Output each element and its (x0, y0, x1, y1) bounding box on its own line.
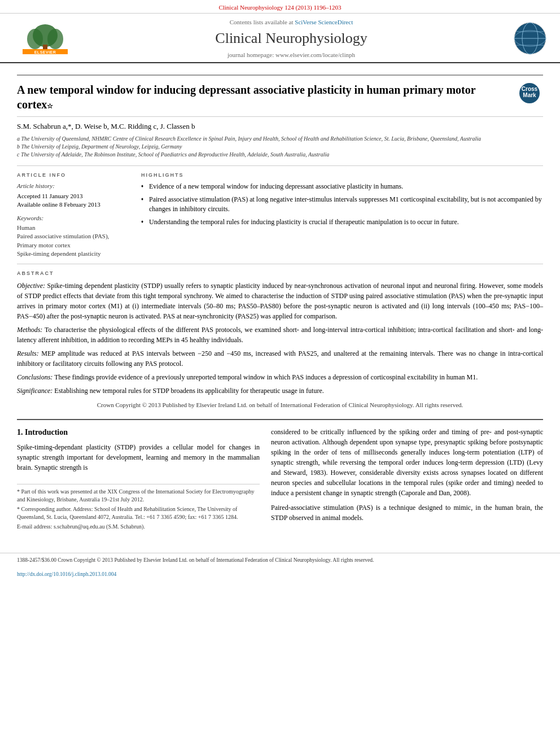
history-label: Article history: (17, 182, 130, 190)
objective-label: Objective: (17, 282, 45, 290)
crossmark-svg: Cross Mark (516, 82, 543, 104)
keywords-label: Keywords: (17, 215, 43, 221)
abstract-label: ABSTRACT (17, 270, 543, 277)
intro-heading: 1. Introduction (17, 427, 260, 438)
svg-text:Mark: Mark (523, 92, 536, 98)
significance-text: Establishing new temporal rules for STDP… (54, 387, 323, 395)
footnote-star: * Part of this work was presented at the… (17, 488, 260, 504)
keywords-section: Keywords: Human Paired associative stimu… (17, 214, 130, 259)
available-date: Available online 8 February 2013 (17, 201, 100, 208)
svg-text:ELSEVIER: ELSEVIER (34, 50, 56, 54)
elsevier-logo-area: ELSEVIER (11, 23, 79, 54)
footer-issn-text: 1388-2457/$36.00 Crown Copyright © 2013 … (17, 557, 374, 564)
methods-text: To characterise the physiological effect… (17, 326, 543, 344)
results-text: MEP amplitude was reduced at PAS interva… (17, 350, 543, 368)
affiliation-c: c The University of Adelaide, The Robins… (17, 151, 543, 159)
article-title-section: A new temporal window for inducing depre… (17, 75, 543, 117)
page-footer: 1388-2457/$36.00 Crown Copyright © 2013 … (0, 553, 560, 567)
significance-label: Significance: (17, 387, 53, 395)
keyword-2: Paired associative stimulation (PAS), (17, 232, 130, 241)
highlight-1: Evidence of a new temporal window for in… (141, 182, 543, 191)
journal-citation-text: Clinical Neurophysiology 124 (2013) 1196… (218, 4, 341, 11)
article-title: A new temporal window for inducing depre… (17, 82, 516, 112)
abstract-results: Results: MEP amplitude was reduced at PA… (17, 348, 543, 369)
body-left-column: 1. Introduction Spike-timing-dependant p… (17, 427, 260, 533)
highlights-column: HIGHLIGHTS Evidence of a new temporal wi… (141, 172, 543, 259)
article-info-column: ARTICLE INFO Article history: Accepted 1… (17, 172, 130, 259)
highlight-2: Paired associative stimulation (PAS) at … (141, 195, 543, 214)
crossmark-badge[interactable]: Cross Mark (516, 82, 543, 104)
accepted-date: Accepted 11 January 2013 (17, 193, 83, 199)
article-info-highlights: ARTICLE INFO Article history: Accepted 1… (17, 165, 543, 259)
keyword-4: Spike-timing dependent plasticity (17, 250, 130, 258)
affiliation-b: b The University of Leipzig, Department … (17, 143, 543, 151)
elsevier-tree-svg: ELSEVIER (23, 23, 68, 54)
highlights-label: HIGHLIGHTS (141, 172, 543, 179)
highlight-3: Understanding the temporal rules for ind… (141, 217, 543, 227)
journal-right-logo (504, 20, 549, 57)
journal-banner: ELSEVIER Contents lists available at Sci… (0, 14, 560, 63)
article-info-label: ARTICLE INFO (17, 172, 130, 179)
affiliations-section: a The University of Queensland, NHMRC Ce… (17, 135, 543, 159)
elsevier-logo: ELSEVIER (11, 23, 79, 54)
svg-text:Cross: Cross (522, 86, 538, 92)
conclusions-text: These findings provide evidence of a pre… (54, 373, 478, 381)
abstract-copyright: Crown Copyright © 2013 Published by Else… (17, 400, 543, 410)
doi-link[interactable]: http://dx.doi.org/10.1016/j.clinph.2013.… (17, 571, 116, 577)
keyword-1: Human (17, 224, 130, 232)
objective-text: Spike-timing dependent plasticity (STDP)… (17, 282, 543, 320)
journal-title: Clinical Neurophysiology (79, 28, 504, 49)
body-left-text: Spike-timing-dependant plasticity (STDP)… (17, 442, 260, 473)
results-label: Results: (17, 350, 39, 357)
authors-text: S.M. Schabrun a,*, D. Weise b, M.C. Ridd… (17, 122, 195, 130)
authors-section: S.M. Schabrun a,*, D. Weise b, M.C. Ridd… (17, 121, 543, 132)
globe-svg (512, 20, 549, 57)
footnote-corresponding: * Corresponding author. Address: School … (17, 505, 260, 521)
abstract-text: Objective: Spike-timing dependent plasti… (17, 281, 543, 410)
journal-citation-header: Clinical Neurophysiology 124 (2013) 1196… (0, 0, 560, 14)
highlights-list: Evidence of a new temporal window for in… (141, 182, 543, 226)
abstract-section: ABSTRACT Objective: Spike-timing depende… (17, 264, 543, 409)
footnote-email: E-mail address: s.schabrun@uq.edu.au (S.… (17, 523, 260, 531)
body-section: 1. Introduction Spike-timing-dependant p… (17, 419, 543, 533)
footer-doi-area: http://dx.doi.org/10.1016/j.clinph.2013.… (0, 567, 560, 583)
abstract-significance: Significance: Establishing new temporal … (17, 386, 543, 396)
abstract-conclusions: Conclusions: These findings provide evid… (17, 372, 543, 382)
body-right-text: considered to be critically influenced b… (271, 427, 543, 523)
sciverse-text: Contents lists available at SciVerse Sci… (79, 18, 504, 27)
keyword-3: Primary motor cortex (17, 241, 130, 250)
abstract-objective: Objective: Spike-timing dependent plasti… (17, 281, 543, 321)
article-content: A new temporal window for inducing depre… (0, 63, 560, 544)
conclusions-label: Conclusions: (17, 373, 53, 381)
svg-point-3 (47, 29, 63, 49)
body-right-column: considered to be critically influenced b… (271, 427, 543, 533)
journal-homepage: journal homepage: www.elsevier.com/locat… (79, 51, 504, 59)
affiliation-a: a The University of Queensland, NHMRC Ce… (17, 135, 543, 143)
article-history: Article history: Accepted 11 January 201… (17, 182, 130, 209)
abstract-methods: Methods: To characterise the physiologic… (17, 325, 543, 345)
sciverse-link[interactable]: SciVerse ScienceDirect (295, 19, 353, 25)
methods-label: Methods: (17, 326, 42, 334)
svg-point-2 (27, 29, 43, 49)
footer-notes: * Part of this work was presented at the… (17, 484, 260, 531)
keywords-list: Human Paired associative stimulation (PA… (17, 224, 130, 259)
journal-title-area: Contents lists available at SciVerse Sci… (79, 18, 504, 59)
